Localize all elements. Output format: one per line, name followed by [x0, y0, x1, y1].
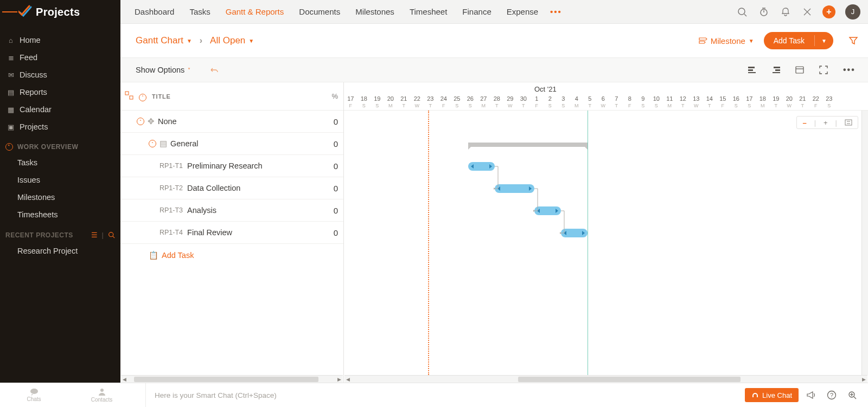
view-fit-icon[interactable]	[771, 66, 783, 74]
svg-rect-16	[130, 96, 133, 99]
help-icon[interactable]: ?	[827, 390, 842, 400]
search-icon[interactable]	[736, 5, 749, 18]
collapse-icon: ˄	[5, 143, 13, 151]
view-compact-icon[interactable]	[748, 66, 760, 74]
sidebar-item-home[interactable]: ⌂Home	[0, 31, 120, 49]
live-chat-button[interactable]: Live Chat	[745, 388, 799, 402]
percent-value: 0	[327, 117, 343, 126]
calendar-icon[interactable]	[795, 66, 807, 74]
timer-icon[interactable]	[757, 5, 770, 18]
task-id: RP1-T2	[159, 184, 183, 192]
nav-item-documents[interactable]: Documents	[299, 7, 340, 16]
more-menu[interactable]: •••	[843, 65, 855, 75]
add-task-row[interactable]: 📋 Add Task	[120, 244, 343, 267]
task-id: RP1-T4	[159, 229, 183, 236]
task-row[interactable]: RP1-T2Data Collection0	[120, 177, 343, 199]
zoom-out-button[interactable]: –	[802, 119, 806, 127]
gantt-day: 8F	[623, 95, 637, 109]
gantt-task-bar[interactable]	[561, 229, 588, 237]
chats-button[interactable]: Chats	[0, 388, 68, 402]
zoom-in-button[interactable]: +	[824, 119, 828, 127]
sidebar-section-work-overview[interactable]: ˄ WORK OVERVIEW	[0, 135, 120, 154]
sidebar-item-feed[interactable]: ≣Feed	[0, 49, 120, 66]
task-row[interactable]: RP1-T4Final Review0	[120, 222, 343, 244]
gantt-body[interactable]	[344, 111, 868, 375]
svg-point-21	[100, 389, 104, 392]
svg-rect-11	[775, 69, 780, 71]
milestone-icon	[699, 37, 707, 44]
add-task-button[interactable]: Add Task▼	[764, 32, 833, 49]
filter-dropdown[interactable]: All Open▼	[210, 35, 254, 46]
nav-item-timesheet[interactable]: Timesheet	[410, 7, 447, 16]
view-dropdown[interactable]: Gantt Chart▼	[136, 35, 192, 46]
column-header-percent[interactable]: %	[331, 92, 338, 100]
collapse-all-icon[interactable]: ˄	[139, 91, 146, 101]
tools-icon[interactable]	[801, 5, 814, 18]
sidebar-item-milestones[interactable]: Milestones	[0, 189, 120, 206]
show-options-dropdown[interactable]: Show Options˅	[136, 66, 190, 74]
reports-icon: ▤	[5, 88, 16, 96]
gantt-day: 19S	[371, 95, 384, 109]
gantt-day: 27M	[477, 95, 490, 109]
filter-icon[interactable]	[848, 36, 858, 46]
sidebar: Projects ⌂Home≣Feed✉Discuss▤Reports▦Cale…	[0, 0, 120, 383]
sidebar-item-timesheets[interactable]: Timesheets	[0, 206, 120, 223]
gantt-day: 22W	[411, 95, 424, 109]
task-row[interactable]: ˄▤General0	[120, 133, 343, 155]
task-row[interactable]: ˄✥None0	[120, 111, 343, 133]
gantt-v-scrollbar[interactable]	[861, 111, 868, 375]
sidebar-item-reports[interactable]: ▤Reports	[0, 83, 120, 101]
undo-icon[interactable]	[209, 66, 219, 74]
nav-item-milestones[interactable]: Milestones	[355, 7, 394, 16]
sidebar-item-discuss[interactable]: ✉Discuss	[0, 66, 120, 83]
nav-item-finance[interactable]: Finance	[462, 7, 491, 16]
nav-item-expense[interactable]: Expense	[507, 7, 538, 16]
contacts-button[interactable]: Contacts	[68, 387, 136, 403]
gantt-summary-bar[interactable]	[468, 143, 588, 147]
tasklist-h-scrollbar[interactable]: ◀ ▶	[121, 375, 343, 383]
task-row[interactable]: RP1-T1Preliminary Research0	[120, 155, 343, 177]
svg-rect-13	[796, 67, 803, 73]
sidebar-item-issues[interactable]: Issues	[0, 171, 120, 189]
gantt-day: 11M	[663, 95, 676, 109]
gantt-day: 26S	[464, 95, 477, 109]
search-icon[interactable]	[108, 231, 115, 238]
collapse-icon[interactable]: ˄	[137, 118, 144, 125]
column-header-title[interactable]: TITLE	[152, 93, 171, 100]
fullscreen-icon[interactable]	[819, 66, 831, 74]
gantt-task-bar[interactable]	[534, 206, 561, 215]
contact-icon	[98, 387, 106, 396]
app-logo[interactable]: Projects	[18, 5, 80, 19]
nav-more[interactable]: •••	[550, 7, 562, 16]
svg-rect-12	[773, 72, 780, 73]
gantt-h-scrollbar[interactable]: ◀ ▶	[344, 375, 867, 383]
settings-slider-icon[interactable]: ☰	[91, 231, 98, 239]
gantt-task-bar[interactable]	[495, 184, 535, 193]
announce-icon[interactable]	[806, 391, 821, 399]
task-id: RP1-T1	[159, 162, 183, 170]
nav-item-dashboard[interactable]: Dashboard	[135, 7, 174, 16]
bell-icon[interactable]	[779, 5, 792, 18]
sidebar-item-tasks[interactable]: Tasks	[0, 154, 120, 171]
menu-icon[interactable]	[2, 4, 17, 20]
sidebar-item-calendar[interactable]: ▦Calendar	[0, 101, 120, 118]
collapse-icon[interactable]: ˄	[149, 140, 156, 147]
zoom-fit-button[interactable]	[845, 119, 852, 126]
grouping-dropdown[interactable]: Milestone▼	[699, 36, 754, 46]
sidebar-item-projects[interactable]: ▣Projects	[0, 118, 120, 135]
nav-item-gantt-reports[interactable]: Gantt & Reports	[226, 7, 284, 16]
gantt-day: 22F	[809, 95, 823, 109]
task-row[interactable]: RP1-T3Analysis0	[120, 199, 343, 222]
smart-chat-input[interactable]: Here is your Smart Chat (Ctrl+Space)	[145, 383, 745, 407]
nav-item-tasks[interactable]: Tasks	[189, 7, 210, 16]
avatar[interactable]: J	[845, 4, 860, 20]
drag-icon[interactable]: ✥	[148, 117, 155, 126]
sidebar-recent-project[interactable]: Research Project	[0, 242, 120, 260]
gantt-day: 6W	[597, 95, 610, 109]
zoom-icon[interactable]	[847, 390, 863, 400]
gantt-task-bar[interactable]	[468, 162, 495, 171]
add-button[interactable]: +	[822, 5, 835, 18]
gantt-day: 20M	[384, 95, 398, 109]
expand-collapse-icon[interactable]	[125, 91, 133, 101]
add-task-dropdown[interactable]: ▼	[815, 38, 833, 44]
